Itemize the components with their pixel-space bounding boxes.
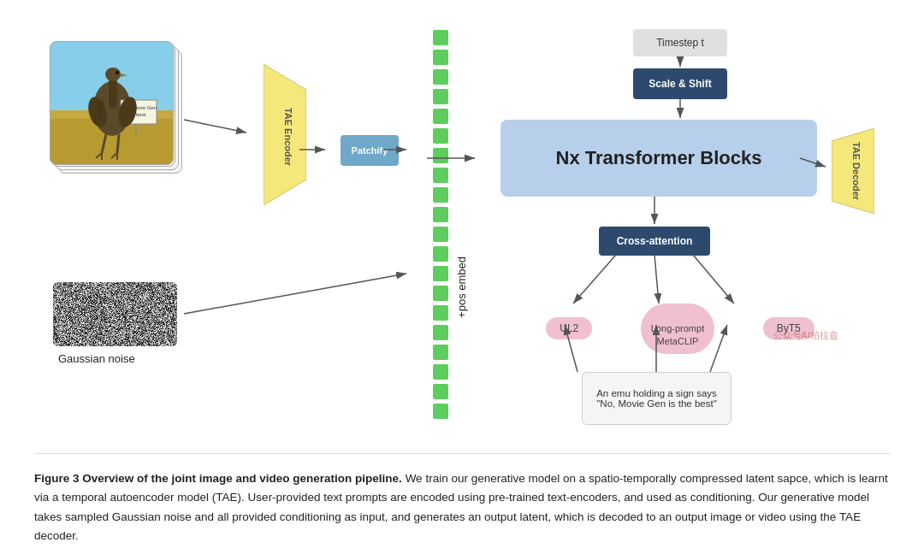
green-sq-5 [433,109,448,124]
text-prompt: An emu holding a sign says"No, Movie Gen… [596,388,717,409]
svg-line-38 [654,255,659,304]
metaclip-label: Long-promptMetaCLIP [651,323,704,345]
green-sq-2 [433,50,448,65]
svg-text:TAE Decoder: TAE Decoder [851,142,862,201]
diagram-area: No, Movie Gen is the best Gaussian noise [34,17,890,453]
svg-line-28 [184,120,246,133]
svg-point-7 [116,71,119,74]
green-sq-18 [433,364,448,380]
timestep-label: Timestep t [656,37,704,49]
ul2-label: UL2 [560,322,578,334]
pos-embed-label: +pos embed [455,256,468,318]
transformer-label: Nx Transformer Blocks [556,147,762,169]
cross-attention-label: Cross-attention [617,235,693,247]
emu-illustration: No, Movie Gen is the best [50,42,174,165]
svg-text:TAE Encoder: TAE Encoder [283,108,293,167]
scale-shift-label: Scale & Shift [649,78,711,90]
transformer-box: Nx Transformer Blocks [500,120,817,197]
svg-line-39 [693,255,734,304]
tae-encoder: TAE Encoder [264,64,306,205]
svg-line-37 [573,255,616,304]
green-sq-6 [433,128,448,144]
green-sq-13 [433,266,448,281]
green-sq-17 [433,345,448,360]
patchify-label: Patchify [352,145,388,156]
green-sq-16 [433,325,448,340]
caption-title: Overview of the joint image and video ge… [82,472,402,485]
green-sq-12 [433,246,448,262]
cross-attention-box: Cross-attention [599,227,710,256]
caption-area: Figure 3 Overview of the joint image and… [34,453,890,545]
green-sq-10 [433,207,448,222]
watermark: 公众号AI柏拉兹 [773,329,838,342]
green-sq-8 [433,168,448,183]
gaussian-noise-box [53,282,177,346]
green-squares-column [433,30,448,419]
green-sq-15 [433,305,448,321]
main-container: No, Movie Gen is the best Gaussian noise [0,0,924,560]
patchify-box: Patchify [341,135,399,166]
timestep-box: Timestep t [633,29,727,56]
green-sq-1 [433,30,448,45]
green-sq-9 [433,187,448,203]
gaussian-label: Gaussian noise [58,352,135,365]
green-sq-14 [433,286,448,301]
green-sq-3 [433,69,448,85]
green-sq-19 [433,384,448,399]
svg-point-5 [105,68,121,81]
ul2-encoder: UL2 [546,317,592,339]
svg-line-31 [184,274,406,314]
caption-figure-num: Figure 3 [34,472,80,485]
tae-decoder: TAE Decoder [832,128,874,214]
green-sq-11 [433,227,448,242]
metaclip-encoder: Long-promptMetaCLIP [641,304,714,354]
svg-rect-4 [109,78,117,109]
text-prompt-box: An emu holding a sign says"No, Movie Gen… [582,372,732,425]
green-sq-7 [433,148,448,163]
scale-shift-box: Scale & Shift [633,68,727,99]
green-sq-4 [433,89,448,104]
svg-line-9 [117,134,119,153]
green-sq-20 [433,404,448,419]
frame-main: No, Movie Gen is the best [50,41,174,165]
stacked-frames: No, Movie Gen is the best [50,41,174,165]
noise-canvas [53,282,177,346]
